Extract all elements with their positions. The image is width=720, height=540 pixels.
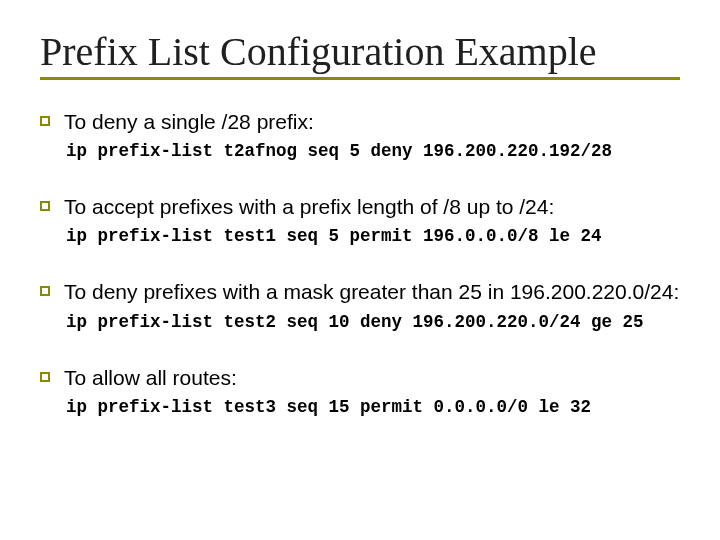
square-bullet-icon bbox=[40, 116, 50, 126]
item-code: ip prefix-list test3 seq 15 permit 0.0.0… bbox=[66, 397, 680, 419]
list-item: To deny a single /28 prefix: bbox=[40, 108, 680, 135]
item-code: ip prefix-list test2 seq 10 deny 196.200… bbox=[66, 312, 680, 334]
item-lead: To accept prefixes with a prefix length … bbox=[64, 193, 554, 220]
title-underline bbox=[40, 77, 680, 80]
item-lead: To allow all routes: bbox=[64, 364, 237, 391]
slide-title: Prefix List Configuration Example bbox=[40, 28, 680, 75]
item-lead: To deny a single /28 prefix: bbox=[64, 108, 314, 135]
list-item: To allow all routes: bbox=[40, 364, 680, 391]
square-bullet-icon bbox=[40, 201, 50, 211]
square-bullet-icon bbox=[40, 286, 50, 296]
square-bullet-icon bbox=[40, 372, 50, 382]
list-item: To deny prefixes with a mask greater tha… bbox=[40, 278, 680, 305]
list-item: To accept prefixes with a prefix length … bbox=[40, 193, 680, 220]
item-lead: To deny prefixes with a mask greater tha… bbox=[64, 278, 679, 305]
item-code: ip prefix-list test1 seq 5 permit 196.0.… bbox=[66, 226, 680, 248]
item-code: ip prefix-list t2afnog seq 5 deny 196.20… bbox=[66, 141, 680, 163]
slide: Prefix List Configuration Example To den… bbox=[0, 0, 720, 540]
